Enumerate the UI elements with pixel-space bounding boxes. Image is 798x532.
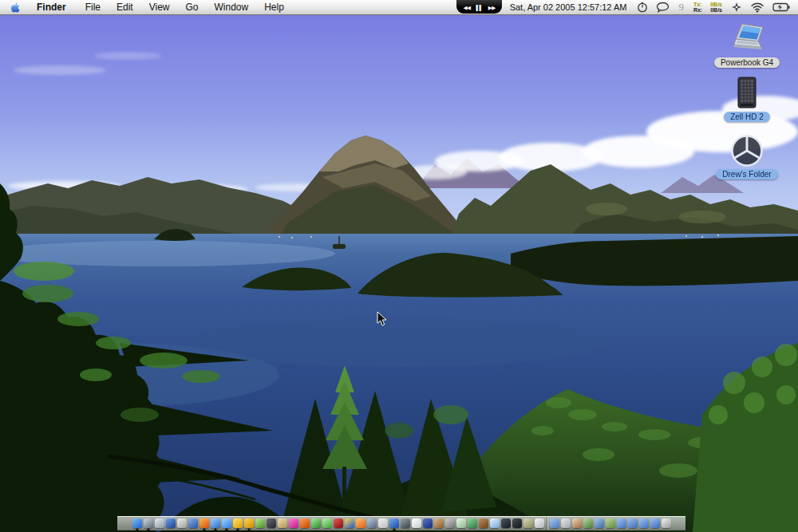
navy-orb-icon (423, 518, 433, 528)
keychain-crosshair-icon[interactable] (727, 0, 746, 15)
menu-edit[interactable]: Edit (109, 0, 141, 15)
dock-item-docs-folder-icon[interactable] (549, 516, 560, 530)
tx-label: Tx: (693, 2, 702, 7)
orange-swirl-icon (356, 518, 365, 528)
running-indicator (213, 528, 218, 531)
fast-forward-icon[interactable]: ▶▶ (488, 4, 496, 12)
dock-item-navy-orb-icon[interactable] (422, 516, 433, 530)
desktop-icon-drews-folder[interactable]: Drew's Folder (717, 134, 777, 179)
photo-green-2-icon (606, 518, 615, 528)
dock-item-white-panel-icon[interactable] (411, 516, 422, 530)
dock-item-folder-1-icon[interactable] (616, 516, 627, 530)
dock-item-mail-icon[interactable] (154, 516, 165, 530)
menu-view[interactable]: View (141, 0, 178, 15)
timer-clock-icon[interactable] (633, 0, 652, 15)
white-panel-icon (412, 518, 421, 528)
dock-item-ipod-icon[interactable] (377, 516, 389, 530)
chat-bubble-icon[interactable] (652, 0, 674, 15)
dock-item-folder-3-icon[interactable] (638, 516, 650, 530)
dock-item-appleworks-icon[interactable] (188, 516, 199, 530)
menu-bar-clock[interactable]: Sat, Apr 02 2005 12:57:12 AM (502, 2, 634, 12)
pause-icon[interactable]: ▌▌ (476, 4, 482, 12)
trash-icon (662, 518, 671, 528)
rewind-icon[interactable]: ◀◀ (463, 4, 470, 12)
desktop-icon-powerbook-g4[interactable]: Powerbook G4 (717, 22, 777, 68)
dock-item-monitor-icon[interactable] (400, 516, 411, 530)
dock-item-sherlock-icon[interactable] (165, 516, 176, 530)
menu-go[interactable]: Go (178, 0, 207, 15)
dock-item-finder-icon[interactable] (132, 516, 143, 530)
network-throughput-meter[interactable]: Tx: 0B/s Rx: 0B/s (689, 2, 727, 13)
dock-item-magenta-orb-icon[interactable] (288, 516, 299, 530)
external-drive-icon (733, 77, 760, 110)
rx-value: 0B/s (710, 7, 722, 13)
dock-item-folder-2-icon[interactable] (627, 516, 638, 530)
dock-item-yellow-orb-2-icon[interactable] (243, 516, 255, 530)
recycle-green-icon (255, 518, 265, 528)
apple-menu[interactable] (0, 2, 29, 14)
dock-item-terminal-2-icon[interactable] (512, 516, 523, 530)
menu-bar: FinderFileEditViewGoWindowHelp ◀◀ ▌▌ ▶▶ … (0, 0, 798, 15)
dock-item-apple-box-icon[interactable] (534, 516, 545, 530)
dock-item-terminal-icon[interactable] (500, 516, 512, 530)
music-controller-widget[interactable]: ◀◀ ▌▌ ▶▶ (456, 0, 501, 14)
dock-item-firefox-icon[interactable] (199, 516, 210, 530)
dock-item-steel-app-icon[interactable] (366, 516, 377, 530)
dock-separator (547, 517, 547, 530)
dock-item-photo-green-icon[interactable] (583, 516, 594, 530)
dock-item-parchment-icon[interactable] (277, 516, 288, 530)
firefox-icon (200, 518, 209, 528)
menu-finder[interactable]: Finder (29, 0, 77, 15)
dock-item-photo-blue-icon[interactable] (594, 516, 605, 530)
dock-item-home-share-icon[interactable] (571, 516, 583, 530)
dock-item-dark-stone-icon[interactable] (266, 516, 277, 530)
running-indicator (202, 528, 207, 531)
appleworks-icon (188, 518, 198, 528)
menu-bar-status-area: ◀◀ ▌▌ ▶▶ Sat, Apr 02 2005 12:57:12 AM 9 … (456, 0, 798, 15)
menu-help[interactable]: Help (256, 0, 292, 15)
dock-item-map-green-icon[interactable] (467, 516, 478, 530)
dock-item-red-orb-icon[interactable] (333, 516, 344, 530)
yellow-orb-icon (233, 518, 243, 528)
grab-icon (144, 518, 153, 528)
monitor-icon (401, 518, 410, 528)
dock-item-grab-icon[interactable] (143, 516, 154, 530)
blue-figure-icon (389, 518, 399, 528)
dock-item-pearl-orb-icon[interactable] (456, 516, 467, 530)
dock-item-gray-skull-icon[interactable] (444, 516, 456, 530)
dock-item-safari-icon[interactable] (210, 516, 221, 530)
dock-item-textedit-icon[interactable] (176, 516, 188, 530)
dock-item-brown-box-icon[interactable] (478, 516, 489, 530)
dock-item-water-drop-icon[interactable] (489, 516, 500, 530)
terminal-2-icon (512, 518, 522, 528)
dock-item-blue-yellow-app-icon[interactable] (344, 516, 355, 530)
map-green-icon (468, 518, 477, 528)
mouse-cursor (377, 311, 387, 329)
running-indicator (146, 528, 151, 531)
dock (117, 516, 685, 530)
dock-item-tan-app-icon[interactable] (433, 516, 444, 530)
battery-icon[interactable] (768, 0, 798, 15)
yellow-orb-2-icon (244, 518, 254, 528)
dock-item-blue-figure-icon[interactable] (389, 516, 400, 530)
photo-blue-icon (595, 518, 604, 528)
menu-file[interactable]: File (77, 0, 109, 15)
airport-wifi-icon[interactable] (746, 0, 768, 15)
dock-item-orange-swirl-icon[interactable] (355, 516, 366, 530)
dock-item-key-icon[interactable] (523, 516, 534, 530)
dock-item-folder-4-icon[interactable] (650, 516, 661, 530)
dock-item-green-orb-icon[interactable] (310, 516, 322, 530)
dock-item-recycle-green-icon[interactable] (255, 516, 266, 530)
tx-value: 0B/s (710, 2, 722, 7)
parchment-icon (278, 518, 287, 528)
dock-item-ichat-icon[interactable] (221, 516, 232, 530)
dock-item-ipod-2-icon[interactable] (560, 516, 571, 530)
classic-environment-icon[interactable]: 9 (674, 1, 689, 14)
dock-item-photo-green-2-icon[interactable] (605, 516, 616, 530)
menu-window[interactable]: Window (207, 0, 257, 15)
desktop-icon-zell-hd-2[interactable]: Zell HD 2 (717, 77, 777, 122)
dock-item-itunes-green-icon[interactable] (322, 516, 333, 530)
dock-item-trash-icon[interactable] (661, 516, 672, 530)
dock-item-yellow-orb-icon[interactable] (232, 516, 243, 530)
dock-item-orange-orb-icon[interactable] (299, 516, 310, 530)
